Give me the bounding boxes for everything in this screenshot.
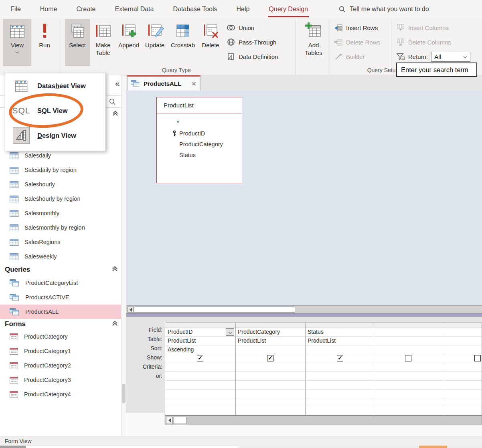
nav-item-salesmonthly[interactable]: Salesmonthly (0, 206, 126, 220)
nav-item-productsactive[interactable]: ProductsACTIVE (0, 290, 126, 305)
data-definition-button[interactable]: Data Definition (227, 51, 278, 62)
collapse-group-icon[interactable] (113, 268, 117, 272)
ribbon-separator (296, 20, 296, 75)
union-icon (227, 24, 235, 32)
menu-tab-external-data[interactable]: External Data (114, 1, 155, 17)
view-button[interactable]: View (3, 19, 31, 66)
field-list-item-status[interactable]: Status (157, 149, 242, 160)
nav-item-productcategory[interactable]: ProductCategory (0, 329, 126, 344)
pass-through-button[interactable]: Pass-Through (227, 36, 276, 48)
append-query-button[interactable]: Append (117, 19, 141, 66)
grid-table-cell[interactable]: ProductList (308, 337, 336, 344)
nav-section-queries[interactable]: Queries (0, 264, 126, 276)
nav-item-label: ProductCategoryList (25, 280, 78, 286)
nav-item-productcategory1[interactable]: ProductCategory1 (0, 344, 126, 358)
field-list-productlist[interactable]: ProductList * ProductID ProductCategory … (156, 97, 242, 183)
field-dropdown-button[interactable] (226, 328, 234, 336)
tab-title: ProductsALL (144, 80, 181, 87)
make-table-button[interactable]: Make Table (91, 19, 115, 66)
show-checkbox[interactable] (405, 355, 411, 361)
builder-button[interactable]: Builder (334, 51, 365, 62)
nav-scrollbar-thumb[interactable] (122, 384, 126, 403)
grid-sort-cell[interactable]: Ascending (168, 346, 194, 353)
update-query-button[interactable]: Update (142, 19, 167, 66)
nav-item-productcategory2[interactable]: ProductCategory2 (0, 358, 126, 373)
nav-item-saleshourly[interactable]: Saleshourly (0, 177, 126, 192)
sql-view-icon: SQL (11, 106, 32, 115)
menu-item-datasheet-view[interactable]: Datasheet View (5, 73, 105, 98)
run-button[interactable]: Run (34, 19, 55, 66)
nav-item-salesmonthly-by-region[interactable]: Salesmonthly by region (0, 220, 126, 235)
crosstab-query-button[interactable]: Crosstab (169, 19, 197, 66)
delete-rows-button[interactable]: Delete Rows (334, 36, 380, 48)
show-checkbox[interactable] (474, 355, 481, 361)
shutter-bar-close-icon[interactable]: « (115, 79, 119, 88)
menu-tab-database-tools[interactable]: Database Tools (172, 1, 218, 17)
nav-item-label: ProductCategory4 (24, 391, 71, 398)
menu-tab-file[interactable]: File (10, 1, 22, 17)
nav-item-label: Salesdaily (24, 152, 51, 159)
grid-table-cell[interactable]: ProductList (238, 337, 266, 344)
make-table-label: Make Table (92, 41, 114, 57)
add-tables-button[interactable]: Add Tables (302, 19, 326, 66)
pane-bottom-fill (126, 425, 482, 436)
nav-item-productsall[interactable]: ProductsALL (0, 305, 126, 319)
collapse-group-icon[interactable] (113, 112, 117, 116)
show-checkbox[interactable]: ✓ (337, 355, 343, 361)
field-list-item-productcategory[interactable]: ProductCategory (157, 139, 242, 149)
menu-tab-help[interactable]: Help (235, 1, 250, 17)
make-table-icon (94, 22, 112, 40)
insert-rows-button[interactable]: Insert Rows (334, 22, 378, 33)
menu-item-sql-view[interactable]: SQL SQL View (5, 98, 105, 123)
menu-item-accelerator: D (37, 132, 42, 139)
scroll-left-arrow[interactable] (128, 307, 134, 313)
collapse-group-icon[interactable] (113, 322, 117, 326)
grid-row-label-field: Field: (126, 327, 162, 333)
grid-column-header-strip[interactable] (165, 323, 482, 327)
show-checkbox[interactable]: ✓ (267, 355, 273, 361)
run-button-label: Run (39, 41, 50, 49)
field-list-item-productid[interactable]: ProductID (157, 128, 242, 139)
nav-item-saleshourly-by-region[interactable]: Saleshourly by region (0, 192, 126, 206)
pane-splitter[interactable] (126, 313, 482, 317)
grid-field-cell[interactable]: ProductCategory (238, 328, 280, 335)
union-query-button[interactable]: Union (227, 22, 254, 33)
design-horizontal-scrollbar[interactable] (126, 305, 482, 313)
nav-item-productcategory3[interactable]: ProductCategory3 (0, 373, 126, 387)
tell-me-search[interactable]: Tell me what you want to do (338, 6, 429, 13)
grid-field-cell[interactable]: ProductID (168, 328, 192, 335)
delete-query-button[interactable]: Delete (199, 19, 222, 66)
grid-horizontal-scrollbar[interactable] (165, 416, 482, 425)
nav-item-productcategory4[interactable]: ProductCategory4 (0, 387, 126, 402)
primary-key-icon (172, 130, 177, 138)
nav-item-productcategorylist[interactable]: ProductCategoryList (0, 276, 126, 290)
close-tab-icon[interactable]: × (192, 80, 196, 87)
show-checkbox[interactable]: ✓ (197, 355, 203, 361)
grid-row-label-criteria: Criteria: (126, 363, 162, 370)
menu-tab-query-design[interactable]: Query Design (268, 1, 309, 17)
return-combobox[interactable]: All (431, 52, 470, 62)
menu-tab-create[interactable]: Create (75, 1, 96, 17)
nav-item-label: ProductCategory1 (24, 348, 71, 354)
grid-field-cell[interactable]: Status (308, 328, 324, 335)
return-funnel-icon: 10 (396, 52, 405, 61)
delete-rows-label: Delete Rows (346, 39, 380, 46)
tab-productsall[interactable]: ProductsALL × (127, 75, 200, 91)
nav-item-salesregions[interactable]: SalesRegions (0, 235, 126, 249)
bottom-progress-strip (0, 446, 482, 448)
delete-columns-button[interactable]: Delete Columns (396, 36, 451, 48)
grid-table-cell[interactable]: ProductList (168, 337, 196, 344)
nav-item-salesdaily-by-region[interactable]: Salesdaily by region (0, 163, 126, 177)
insert-columns-button[interactable]: Insert Columns (396, 22, 449, 33)
nav-item-label: ProductCategory3 (24, 377, 71, 383)
select-query-button[interactable]: Select (65, 19, 90, 66)
nav-scrollbar[interactable] (121, 75, 126, 436)
nav-section-forms[interactable]: Forms (0, 319, 126, 329)
menu-item-design-view[interactable]: Design View (5, 123, 105, 148)
scroll-left-arrow[interactable] (166, 417, 173, 424)
scrollbar-thumb[interactable] (174, 417, 187, 424)
nav-item-salesweekly[interactable]: Salesweekly (0, 249, 126, 264)
scrollbar-thumb[interactable] (134, 306, 295, 313)
menu-tab-home[interactable]: Home (39, 1, 58, 17)
field-list-item-star[interactable]: * (157, 117, 242, 128)
